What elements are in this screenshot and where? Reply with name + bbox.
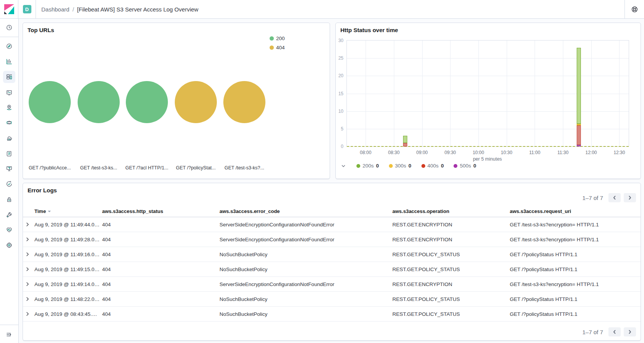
legend-item[interactable]: 500s0 <box>454 163 476 169</box>
table-cell: GET /test-s3-ks?encryption= HTTP/1.1 <box>507 222 641 228</box>
row-expand-button[interactable] <box>23 222 32 227</box>
divider <box>36 0 36 18</box>
sidebar-item-visualize[interactable] <box>3 55 15 68</box>
bubble[interactable] <box>175 81 217 123</box>
bubble[interactable] <box>29 81 71 123</box>
bubble-label: GET /test-s3-ks... <box>80 165 117 171</box>
row-expand-button[interactable] <box>23 252 32 257</box>
table-row: Aug 9, 2019 @ 11:49:14.000404ServerSideE… <box>23 277 641 292</box>
table-cell: GET /test-s3-ks?encryption= HTTP/1.1 <box>507 281 641 287</box>
row-expand-button[interactable] <box>23 237 32 242</box>
table-row: Aug 9, 2019 @ 08:43:45.000404NoSuchBucke… <box>23 307 641 322</box>
stacked-bar[interactable] <box>403 136 407 146</box>
pagination-label: 1–7 of 7 <box>582 195 603 201</box>
sidebar-item-management[interactable] <box>3 239 15 251</box>
column-header[interactable]: aws.s3access.error_code <box>217 208 390 214</box>
sidebar-item-recently-viewed[interactable] <box>3 21 15 34</box>
x-tick-label: 12:30 <box>613 150 625 155</box>
table-cell: NoSuchBucketPolicy <box>217 296 390 302</box>
rail-divider <box>0 37 18 37</box>
panel-error-logs: Error Logs 1–7 of 7 Timeaws.s3access.htt… <box>23 183 641 341</box>
chevron-down-icon <box>341 164 346 168</box>
zero-line <box>347 146 629 147</box>
sidebar-item-canvas[interactable] <box>3 86 15 99</box>
kibana-logo[interactable] <box>0 4 18 14</box>
table-header-row: Timeaws.s3access.http_statusaws.s3access… <box>23 205 641 217</box>
legend-dot-icon <box>454 164 457 168</box>
help-button[interactable] <box>625 0 644 18</box>
column-header[interactable]: aws.s3access.operation <box>390 208 507 214</box>
table-cell: REST.GET.ENCRYPTION <box>390 222 507 228</box>
sidebar-item-apm[interactable] <box>3 163 15 175</box>
table-row: Aug 9, 2019 @ 11:49:15.000404NoSuchBucke… <box>23 262 641 277</box>
sidebar-item-stack-monitoring[interactable] <box>3 224 15 236</box>
bar-segment-400s <box>403 143 407 146</box>
bubble-label: GET /test-s3-ks?... <box>224 165 264 171</box>
table-cell: REST.GET.ENCRYPTION <box>390 281 507 287</box>
table-cell: GET /?policyStatus HTTP/1.1 <box>507 311 641 317</box>
column-header[interactable]: aws.s3access.request_uri <box>507 208 641 214</box>
legend-item[interactable]: 400s0 <box>421 163 444 169</box>
gridline <box>535 41 535 146</box>
breadcrumb-current-page: [Filebeat AWS] S3 Server Access Log Over… <box>77 6 198 13</box>
sidebar-item-uptime[interactable] <box>3 178 15 190</box>
bubble-label: GET /?policyStat... <box>176 165 216 171</box>
table-cell: 404 <box>100 237 217 242</box>
x-tick-label: 10:00 <box>473 150 484 155</box>
panel-title: Error Logs <box>28 187 57 193</box>
bubble-label: GET /?publicAcce... <box>29 165 71 171</box>
prev-page-button[interactable] <box>608 327 621 336</box>
x-tick-label: 11:30 <box>557 150 568 155</box>
table-cell: Aug 9, 2019 @ 11:49:44.000 <box>32 222 100 228</box>
table-row: Aug 9, 2019 @ 11:49:16.000404NoSuchBucke… <box>23 247 641 262</box>
bubble[interactable] <box>78 81 120 123</box>
gridline <box>422 41 423 146</box>
sidebar-item-dashboard[interactable] <box>3 71 15 83</box>
legend-item[interactable]: 300s0 <box>389 163 411 169</box>
gridline <box>619 41 620 146</box>
table-cell: GET /?policyStatus HTTP/1.1 <box>507 296 641 302</box>
collapse-nav-button[interactable] <box>3 328 15 341</box>
row-expand-button[interactable] <box>23 297 32 301</box>
bar-segment-200s <box>577 48 581 124</box>
y-tick-label: 10 <box>338 109 343 114</box>
stacked-bar[interactable] <box>577 48 581 146</box>
y-tick-label: 20 <box>338 73 343 78</box>
column-header[interactable]: aws.s3access.http_status <box>100 208 217 214</box>
x-tick-label: 12:00 <box>585 150 597 155</box>
column-header[interactable]: Time <box>32 208 100 214</box>
next-page-button[interactable] <box>624 327 636 336</box>
row-expand-button[interactable] <box>23 267 32 271</box>
pagination-top: 1–7 of 7 <box>582 193 636 202</box>
row-expand-button[interactable] <box>23 282 32 286</box>
gridline <box>394 41 394 146</box>
sidebar-item-logs[interactable] <box>3 148 15 160</box>
sidebar-item-machine-learning[interactable] <box>3 117 15 129</box>
breadcrumb-dashboard-link[interactable]: Dashboard <box>41 6 69 13</box>
bubble[interactable] <box>223 81 265 123</box>
clock-icon <box>6 24 13 31</box>
legend-collapse-button[interactable] <box>341 164 346 168</box>
table-cell: ServerSideEncryptionConfigurationNotFoun… <box>217 237 390 242</box>
next-page-button[interactable] <box>624 193 636 202</box>
prev-page-button[interactable] <box>608 193 621 202</box>
table-cell: NoSuchBucketPolicy <box>217 252 390 257</box>
chevron-right-icon <box>25 312 30 316</box>
sidebar-item-dev-tools[interactable] <box>3 209 15 221</box>
chevron-right-icon <box>25 222 30 227</box>
sidebar-item-siem[interactable] <box>3 193 15 206</box>
y-tick-label: 30 <box>338 38 343 43</box>
gridline <box>347 94 629 94</box>
sidebar-item-maps[interactable] <box>3 101 15 114</box>
sidebar-item-discover[interactable] <box>3 40 15 52</box>
legend-label: 200s <box>363 163 374 169</box>
kibana-app: D Dashboard / [Filebeat AWS] S3 Server A… <box>0 0 644 343</box>
sidebar-item-metrics[interactable] <box>3 132 15 145</box>
legend-item[interactable]: 200s0 <box>356 163 379 169</box>
bubble[interactable] <box>126 81 168 123</box>
legend-dot-icon <box>421 164 425 168</box>
table-cell: 404 <box>100 222 217 228</box>
row-expand-button[interactable] <box>23 312 32 316</box>
table-cell: NoSuchBucketPolicy <box>217 311 390 317</box>
table-cell: REST.GET.POLICY_STATUS <box>390 311 507 317</box>
